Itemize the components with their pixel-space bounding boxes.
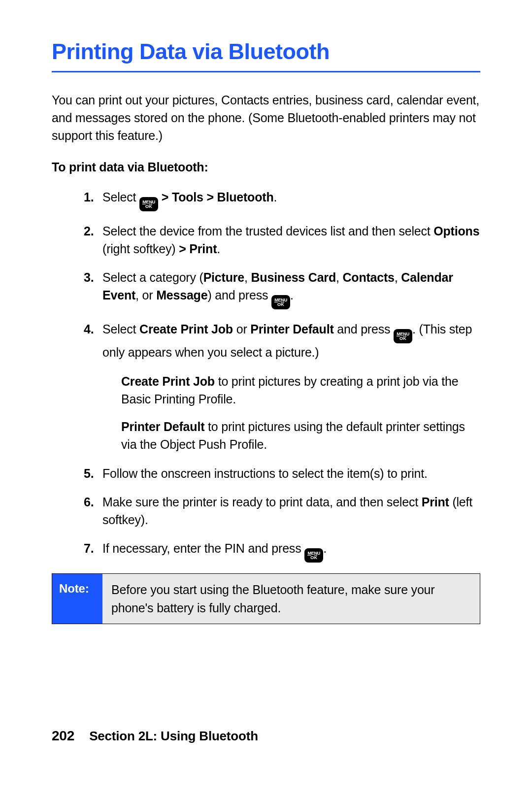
step-4-subitems: Create Print Job to print pictures by cr…: [121, 372, 480, 454]
step-text: ,: [395, 270, 401, 284]
menu-ok-icon: MENUOK: [271, 295, 290, 309]
step-bold: Options: [433, 224, 479, 238]
page-footer: 202 Section 2L: Using Bluetooth: [52, 728, 258, 744]
intro-paragraph: You can print out your pictures, Contact…: [52, 91, 480, 145]
step-text: or: [233, 322, 250, 336]
step-6: Make sure the printer is ready to print …: [84, 493, 480, 529]
step-bold: > Print: [179, 242, 217, 256]
page-title: Printing Data via Bluetooth: [52, 39, 480, 64]
step-4-sub1: Create Print Job to print pictures by cr…: [121, 372, 480, 408]
step-bold: Picture: [203, 270, 244, 284]
step-bold: Create Print Job: [121, 374, 215, 388]
step-3: Select a category (Picture, Business Car…: [84, 268, 480, 309]
step-5: Follow the onscreen instructions to sele…: [84, 465, 480, 482]
step-bold: Business Card: [251, 270, 336, 284]
menu-ok-icon: MENUOK: [394, 329, 412, 343]
step-text: Follow the onscreen instructions to sele…: [102, 466, 428, 480]
step-text: ) and press: [207, 288, 271, 302]
step-bold: Printer Default: [250, 322, 333, 336]
document-page: Printing Data via Bluetooth You can prin…: [0, 0, 532, 798]
step-text: Make sure the printer is ready to print …: [102, 495, 422, 509]
menu-ok-icon: MENUOK: [139, 197, 158, 211]
procedure-heading: To print data via Bluetooth:: [52, 158, 480, 176]
step-bold: Printer Default: [121, 420, 204, 433]
step-4-sub2: Printer Default to print pictures using …: [121, 418, 480, 454]
step-text: Select: [102, 322, 139, 336]
title-underline: [52, 71, 480, 72]
step-bold: Contacts: [342, 270, 394, 284]
step-text: .: [217, 242, 220, 256]
page-number: 202: [52, 728, 74, 744]
procedure-steps: Select MENUOK > Tools > Bluetooth. Selec…: [52, 188, 480, 563]
step-text: Select the device from the trusted devic…: [102, 224, 433, 238]
step-bold: Message: [156, 288, 207, 302]
step-1: Select MENUOK > Tools > Bluetooth.: [84, 188, 480, 211]
step-text: ,: [336, 270, 343, 284]
step-text: .: [323, 541, 327, 555]
step-text: ,: [244, 270, 251, 284]
step-bold: Create Print Job: [139, 322, 233, 336]
step-7: If necessary, enter the PIN and press ME…: [84, 539, 480, 563]
menu-ok-icon: MENUOK: [304, 548, 323, 563]
note-box: Note: Before you start using the Bluetoo…: [52, 573, 480, 624]
step-text: (right softkey): [102, 242, 179, 256]
step-text: and press: [334, 322, 394, 336]
step-text: .: [290, 288, 294, 302]
step-text: .: [273, 190, 277, 204]
step-2: Select the device from the trusted devic…: [84, 222, 480, 258]
note-label: Note:: [52, 574, 102, 624]
section-label: Section 2L: Using Bluetooth: [89, 729, 258, 744]
step-bold: Print: [422, 495, 449, 509]
step-text: , or: [135, 288, 156, 302]
step-bold: > Tools > Bluetooth: [158, 190, 273, 204]
note-body: Before you start using the Bluetooth fea…: [102, 574, 480, 624]
step-4: Select Create Print Job or Printer Defau…: [84, 320, 480, 453]
step-text: Select: [102, 190, 139, 204]
step-text: Select a category (: [102, 270, 203, 284]
step-text: If necessary, enter the PIN and press: [102, 541, 304, 555]
